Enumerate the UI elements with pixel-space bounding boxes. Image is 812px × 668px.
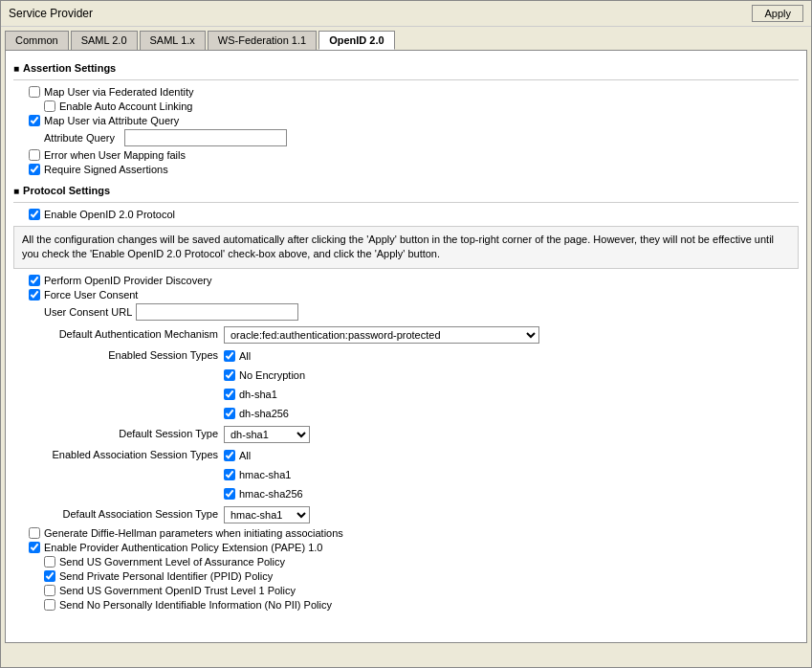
default-session-type-select[interactable]: dh-sha1 <box>224 426 310 443</box>
error-user-mapping-checkbox[interactable] <box>29 149 40 161</box>
assoc-type-all-row: All <box>224 450 799 461</box>
map-user-attribute-label: Map User via Attribute Query <box>44 115 179 126</box>
title-bar: Service Provider Apply <box>1 1 811 27</box>
default-session-type-control: dh-sha1 <box>224 426 799 443</box>
session-type-dhsha256-label: dh-sha256 <box>239 408 289 419</box>
session-type-all-checkbox[interactable] <box>224 350 235 362</box>
content-panel: ■ Assertion Settings Map User via Federa… <box>5 50 807 643</box>
assertion-collapse-icon[interactable]: ■ <box>13 63 19 74</box>
tab-saml20[interactable]: SAML 2.0 <box>71 31 138 50</box>
default-assoc-session-type-row: Default Association Session Type hmac-sh… <box>13 506 799 523</box>
enabled-assoc-session-types-list: All hmac-sha1 hmac-sha256 <box>224 447 799 502</box>
enabled-assoc-session-types-label: Enabled Association Session Types <box>13 447 224 460</box>
attribute-query-row: Attribute Query <box>44 129 799 146</box>
info-box: All the configuration changes will be sa… <box>13 226 799 269</box>
session-type-noenc-checkbox[interactable] <box>224 369 235 381</box>
session-type-dhsha1-checkbox[interactable] <box>224 389 235 400</box>
enable-auto-account-label: Enable Auto Account Linking <box>59 100 192 112</box>
send-private-ppid-row: Send Private Personal Identifier (PPID) … <box>44 570 799 582</box>
session-type-dhsha256-row: dh-sha256 <box>224 408 799 419</box>
assoc-type-hmacsha1-label: hmac-sha1 <box>239 469 291 480</box>
enabled-assoc-session-types-row: Enabled Association Session Types All hm… <box>13 447 799 502</box>
enable-auto-account-row: Enable Auto Account Linking <box>44 100 799 112</box>
perform-discovery-label: Perform OpenID Provider Discovery <box>44 275 211 286</box>
send-us-gov-openid-row: Send US Government OpenID Trust Level 1 … <box>44 585 799 596</box>
default-session-type-row: Default Session Type dh-sha1 <box>13 426 799 443</box>
assoc-type-all-checkbox[interactable] <box>224 450 235 461</box>
default-auth-mechanism-row: Default Authentication Mechanism oracle:… <box>13 326 799 344</box>
assoc-type-hmacsha256-row: hmac-sha256 <box>224 488 799 500</box>
user-consent-url-label: User Consent URL <box>44 306 132 318</box>
assoc-type-hmacsha256-checkbox[interactable] <box>224 488 235 500</box>
send-no-pii-row: Send No Personally Identifiable Informat… <box>44 599 799 611</box>
force-user-consent-checkbox[interactable] <box>29 289 40 301</box>
default-auth-mechanism-control: oracle:fed:authentication:password-prote… <box>224 326 799 344</box>
session-type-dhsha256-checkbox[interactable] <box>224 408 235 419</box>
perform-discovery-checkbox[interactable] <box>29 275 40 286</box>
enabled-session-types-list: All No Encryption dh-sha1 dh-sha256 <box>224 347 799 422</box>
require-signed-label: Require Signed Assertions <box>44 164 168 175</box>
map-user-attribute-row: Map User via Attribute Query <box>29 115 799 126</box>
apply-button[interactable]: Apply <box>752 5 803 22</box>
attribute-query-input[interactable] <box>124 129 287 146</box>
enable-pape-label: Enable Provider Authentication Policy Ex… <box>44 542 322 553</box>
protocol-settings-header: ■ Protocol Settings <box>13 185 799 196</box>
session-type-noenc-label: No Encryption <box>239 369 305 381</box>
force-user-consent-row: Force User Consent <box>29 289 799 301</box>
enable-pape-checkbox[interactable] <box>29 542 40 553</box>
enabled-session-types-label: Enabled Session Types <box>13 347 224 361</box>
require-signed-row: Require Signed Assertions <box>29 164 799 175</box>
session-type-all-row: All <box>224 350 799 362</box>
enable-openid-checkbox[interactable] <box>29 209 40 220</box>
error-user-mapping-row: Error when User Mapping fails <box>29 149 799 161</box>
assoc-type-hmacsha1-checkbox[interactable] <box>224 469 235 480</box>
protocol-collapse-icon[interactable]: ■ <box>13 186 19 196</box>
enable-auto-account-checkbox[interactable] <box>44 100 55 112</box>
assoc-type-all-label: All <box>239 450 251 461</box>
send-no-pii-checkbox[interactable] <box>44 599 55 611</box>
send-private-ppid-checkbox[interactable] <box>44 570 55 582</box>
map-user-federated-checkbox[interactable] <box>29 86 40 98</box>
window-title: Service Provider <box>9 7 93 20</box>
default-session-type-label: Default Session Type <box>13 426 224 439</box>
session-type-all-label: All <box>239 350 251 362</box>
generate-diffie-hellman-checkbox[interactable] <box>29 527 40 539</box>
send-us-gov-loa-row: Send US Government Level of Assurance Po… <box>44 556 799 568</box>
tab-common[interactable]: Common <box>5 31 69 50</box>
generate-diffie-hellman-row: Generate Diffie-Hellman parameters when … <box>29 527 799 539</box>
enable-openid-row: Enable OpenID 2.0 Protocol <box>29 209 799 220</box>
enable-openid-label: Enable OpenID 2.0 Protocol <box>44 209 175 220</box>
tab-saml1x[interactable]: SAML 1.x <box>140 31 206 50</box>
send-us-gov-loa-label: Send US Government Level of Assurance Po… <box>59 556 285 568</box>
send-no-pii-label: Send No Personally Identifiable Informat… <box>59 599 332 611</box>
require-signed-checkbox[interactable] <box>29 164 40 175</box>
send-private-ppid-label: Send Private Personal Identifier (PPID) … <box>59 570 273 582</box>
attribute-query-label: Attribute Query <box>44 132 121 144</box>
default-assoc-session-type-select[interactable]: hmac-sha1 <box>224 506 310 523</box>
error-user-mapping-label: Error when User Mapping fails <box>44 149 186 161</box>
force-user-consent-label: Force User Consent <box>44 289 138 301</box>
session-type-dhsha1-row: dh-sha1 <box>224 389 799 400</box>
map-user-federated-label: Map User via Federated Identity <box>44 86 194 98</box>
assoc-type-hmacsha256-label: hmac-sha256 <box>239 488 303 500</box>
enable-pape-row: Enable Provider Authentication Policy Ex… <box>29 542 799 553</box>
default-auth-mechanism-select[interactable]: oracle:fed:authentication:password-prote… <box>224 326 539 344</box>
tab-openid20[interactable]: OpenID 2.0 <box>318 31 394 50</box>
send-us-gov-openid-label: Send US Government OpenID Trust Level 1 … <box>59 585 296 596</box>
default-auth-mechanism-label: Default Authentication Mechanism <box>13 326 224 340</box>
default-assoc-session-type-label: Default Association Session Type <box>13 506 224 520</box>
enabled-session-types-row: Enabled Session Types All No Encryption … <box>13 347 799 422</box>
send-us-gov-openid-checkbox[interactable] <box>44 585 55 596</box>
send-us-gov-loa-checkbox[interactable] <box>44 556 55 568</box>
assoc-type-hmacsha1-row: hmac-sha1 <box>224 469 799 480</box>
assertion-settings-header: ■ Assertion Settings <box>13 62 799 74</box>
default-assoc-session-type-control: hmac-sha1 <box>224 506 799 523</box>
user-consent-url-input[interactable] <box>136 303 298 321</box>
map-user-attribute-checkbox[interactable] <box>29 115 40 126</box>
session-type-noenc-row: No Encryption <box>224 369 799 381</box>
session-type-dhsha1-label: dh-sha1 <box>239 389 277 400</box>
user-consent-url-row: User Consent URL <box>44 303 799 321</box>
tab-wsfed[interactable]: WS-Federation 1.1 <box>208 31 317 50</box>
map-user-federated-row: Map User via Federated Identity <box>29 86 799 98</box>
tab-bar: Common SAML 2.0 SAML 1.x WS-Federation 1… <box>1 27 811 50</box>
